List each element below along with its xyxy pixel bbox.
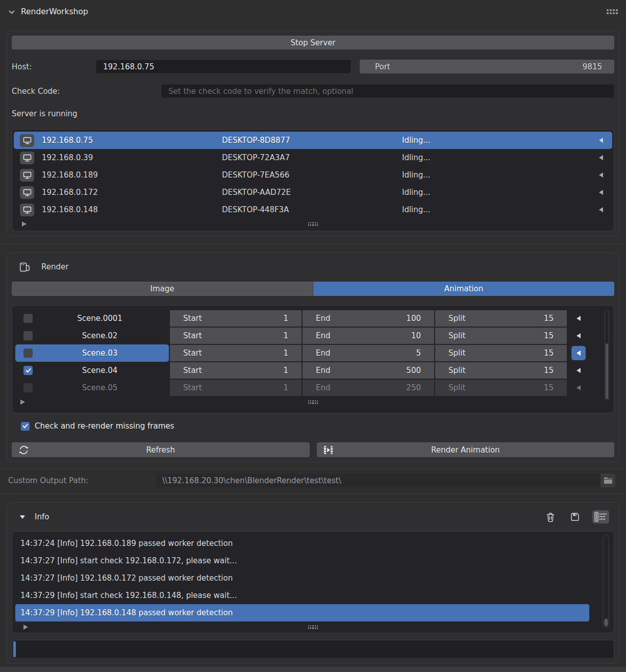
left-arrow-icon[interactable] <box>599 138 603 143</box>
scene-row[interactable]: Scene.05 Start1 End250 Split15 <box>15 379 611 396</box>
host-input[interactable] <box>96 60 351 73</box>
monitor-icon <box>20 134 34 147</box>
left-arrow-icon[interactable] <box>571 329 586 343</box>
log-line[interactable]: 14:37:24 [Info] 192.168.0.189 passed wor… <box>15 535 589 552</box>
worker-ip: 192.168.0.75 <box>42 136 222 145</box>
tab-image[interactable]: Image <box>12 282 313 296</box>
browse-folder-button[interactable] <box>600 474 615 487</box>
log-text: 14:37:24 [Info] 192.168.0.189 passed wor… <box>20 539 233 548</box>
start-frame-field[interactable]: Start1 <box>170 345 302 361</box>
log-line[interactable]: 14:37:29 [Info] 192.168.0.148 passed wor… <box>15 604 589 621</box>
resize-grip-icon[interactable] <box>308 401 318 404</box>
expand-icon[interactable] <box>22 221 27 227</box>
split-field[interactable]: Split15 <box>435 380 567 396</box>
scene-name-cell[interactable]: Scene.04 <box>15 362 169 379</box>
host-label: Host: <box>12 62 96 71</box>
stop-server-button[interactable]: Stop Server <box>12 36 614 49</box>
left-arrow-icon[interactable] <box>571 363 586 378</box>
check-missing-checkbox[interactable] <box>21 422 30 431</box>
left-arrow-icon[interactable] <box>571 346 586 360</box>
worker-ip: 192.168.0.148 <box>42 205 222 214</box>
scene-list-rows: Scene.0001 Start1 End100 Split15 Scene.0… <box>15 310 611 396</box>
left-arrow-icon[interactable] <box>599 155 603 160</box>
clear-log-button[interactable] <box>543 510 558 524</box>
start-frame-field[interactable]: Start1 <box>170 380 302 396</box>
scene-scrollbar[interactable] <box>605 310 609 401</box>
check-code-input[interactable] <box>161 84 614 98</box>
refresh-button[interactable]: Refresh <box>12 442 310 457</box>
scene-row[interactable]: Scene.03 Start1 End5 Split15 <box>15 344 611 362</box>
trash-icon <box>545 511 556 523</box>
log-scrollbar[interactable] <box>603 535 609 629</box>
worker-hostname: DESKTOP-448F3A <box>222 205 402 214</box>
log-line[interactable]: 14:37:29 [Info] start check 192.168.0.14… <box>15 587 589 604</box>
scene-checkbox[interactable] <box>23 349 33 358</box>
split-field[interactable]: Split15 <box>435 328 567 344</box>
scene-name-cell[interactable]: Scene.03 <box>15 344 169 362</box>
worker-hostname: DESKTOP-AAD72E <box>222 188 402 197</box>
split-field[interactable]: Split15 <box>435 345 567 361</box>
resize-grip-icon[interactable] <box>308 222 318 226</box>
start-frame-field[interactable]: Start1 <box>170 310 302 327</box>
log-line[interactable]: 14:37:27 [Info] start check 192.168.0.17… <box>15 552 589 569</box>
scene-checkbox[interactable] <box>23 331 33 340</box>
split-field[interactable]: Split15 <box>435 362 567 379</box>
left-arrow-icon[interactable] <box>571 381 586 395</box>
scene-checkbox[interactable] <box>23 366 33 375</box>
start-frame-field[interactable]: Start1 <box>170 328 302 344</box>
log-text: 14:37:29 [Info] start check 192.168.0.14… <box>20 591 237 600</box>
expand-icon[interactable] <box>23 625 28 630</box>
left-arrow-icon[interactable] <box>599 190 603 195</box>
scene-row[interactable]: Scene.0001 Start1 End100 Split15 <box>15 310 611 327</box>
end-frame-field[interactable]: End100 <box>303 310 434 327</box>
chevron-down-icon[interactable] <box>8 10 15 14</box>
scene-checkbox[interactable] <box>23 314 33 323</box>
tab-animation[interactable]: Animation <box>313 282 614 296</box>
end-frame-field[interactable]: End250 <box>303 380 434 396</box>
worker-row[interactable]: 192.168.0.189 DESKTOP-7EA566 Idling... <box>14 166 612 184</box>
worker-row[interactable]: 192.168.0.39 DESKTOP-72A3A7 Idling... <box>14 149 612 166</box>
save-log-button[interactable] <box>568 510 582 524</box>
render-animation-button-label: Render Animation <box>431 445 500 455</box>
worker-list: 192.168.0.75 DESKTOP-8D8877 Idling... 19… <box>12 129 614 231</box>
port-field[interactable]: Port 9815 <box>360 60 614 73</box>
worker-hostname: DESKTOP-7EA566 <box>222 170 402 180</box>
worker-row[interactable]: 192.168.0.172 DESKTOP-AAD72E Idling... <box>14 184 612 201</box>
split-field[interactable]: Split15 <box>435 310 567 327</box>
expand-icon[interactable] <box>20 400 25 405</box>
end-frame-field[interactable]: End10 <box>303 328 434 344</box>
collapse-triangle-icon[interactable] <box>20 515 25 519</box>
worker-status: Idling... <box>402 205 599 214</box>
log-display-toggle-button[interactable] <box>592 510 609 524</box>
left-arrow-icon[interactable] <box>599 172 603 178</box>
scene-name-cell[interactable]: Scene.02 <box>15 327 169 344</box>
log-input[interactable] <box>12 640 614 659</box>
end-frame-field[interactable]: End5 <box>303 345 434 361</box>
grip-icon[interactable] <box>607 9 618 14</box>
worker-status: Idling... <box>402 136 599 145</box>
left-arrow-icon[interactable] <box>571 311 586 326</box>
scene-list: Scene.0001 Start1 End100 Split15 Scene.0… <box>12 305 614 413</box>
scene-row[interactable]: Scene.04 Start1 End500 Split15 <box>15 362 611 379</box>
refresh-icon <box>18 444 30 456</box>
scene-row[interactable]: Scene.02 Start1 End10 Split15 <box>15 327 611 344</box>
scene-checkbox[interactable] <box>23 383 33 392</box>
section-divider <box>0 468 626 469</box>
monitor-icon <box>20 204 34 216</box>
worker-row[interactable]: 192.168.0.148 DESKTOP-448F3A Idling... <box>14 201 612 218</box>
left-arrow-icon[interactable] <box>599 207 603 212</box>
worker-row[interactable]: 192.168.0.75 DESKTOP-8D8877 Idling... <box>14 132 612 149</box>
start-frame-field[interactable]: Start1 <box>170 362 302 379</box>
end-frame-field[interactable]: End500 <box>303 362 434 379</box>
log-line[interactable]: 14:37:27 [Info] 192.168.0.172 passed wor… <box>15 569 589 587</box>
scene-name-cell[interactable]: Scene.05 <box>15 379 169 396</box>
render-animation-button[interactable]: Render Animation <box>317 442 615 457</box>
render-header: Render <box>19 259 614 275</box>
folder-icon <box>604 477 613 484</box>
info-section: Info <box>7 502 619 664</box>
scene-name-cell[interactable]: Scene.0001 <box>15 310 169 327</box>
output-path-field[interactable]: \\192.168.20.30\chen\BlenderRender\test\… <box>156 474 600 487</box>
scene-scrollbar-thumb[interactable] <box>606 343 608 399</box>
log-scrollbar-thumb[interactable] <box>604 618 608 627</box>
resize-grip-icon[interactable] <box>308 626 318 629</box>
